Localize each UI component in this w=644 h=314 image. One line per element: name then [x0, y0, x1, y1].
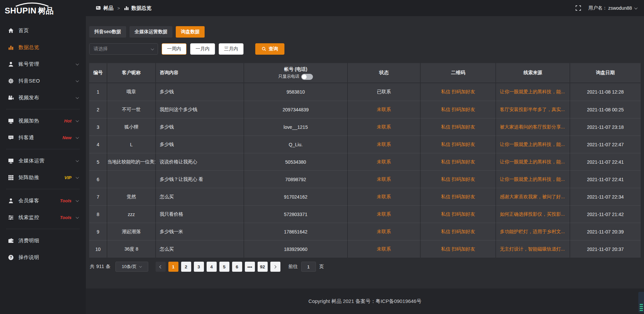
account-cell: 70898792 [244, 170, 348, 188]
sidebar-item-badge: Tools [60, 198, 71, 203]
range-buttons: 一周内一月内三月内 [162, 43, 244, 55]
logo-text-cn: 树品 [38, 6, 54, 15]
phone-only-toggle[interactable] [301, 74, 313, 80]
sidebar-item-omnimedia-operation[interactable]: 全媒体运营 [0, 152, 86, 169]
page-button-4[interactable]: 4 [207, 262, 217, 272]
account-phone-header: 帐号 (电话)只显示电话 [244, 66, 347, 80]
page-button-6[interactable]: 6 [232, 262, 242, 272]
qr-action-cell[interactable]: 私信 扫码加好友 [421, 170, 496, 188]
lead-source-cell[interactable]: 让你一眼就爱上的黑科技，能... [496, 83, 570, 101]
logo-text-en: SHUPIN [5, 6, 37, 15]
user-menu[interactable]: 用户名：zswodun88 [588, 5, 637, 11]
sidebar-item-account-management[interactable]: 账号管理 [0, 56, 86, 72]
tab-inquiry-data[interactable]: 询盘数据 [176, 26, 205, 38]
nickname-cell: 当地比较能吃的一位美女 [107, 153, 156, 170]
page-button-92[interactable]: 92 [258, 262, 268, 272]
chat-icon [8, 135, 14, 141]
table-row: 7觉然怎么买917024162未联系私信 扫码加好友感谢大家喜欢我家，被问了好.… [89, 188, 641, 205]
qr-action-cell[interactable]: 私信 扫码加好友 [421, 240, 496, 258]
lead-source-cell[interactable]: 让你一眼就爱上的黑科技，能... [496, 153, 570, 170]
breadcrumb-separator: > [117, 6, 120, 11]
status-cell: 未联系 [348, 205, 421, 223]
sidebar-item-consumption-details[interactable]: 消费明细 [0, 232, 86, 249]
fullscreen-icon[interactable] [576, 5, 581, 11]
inquiry-date-cell: 2021-11-07 20:39 [570, 223, 641, 240]
page-button-3[interactable]: 3 [194, 262, 204, 272]
page-size-select[interactable]: 10条/页 [115, 262, 148, 272]
lead-source-cell[interactable]: 让你一眼就爱上的黑科技，能... [496, 136, 570, 153]
page-button-5[interactable]: 5 [219, 262, 229, 272]
more-pages-button[interactable]: ••• [245, 262, 255, 272]
home-icon [8, 28, 14, 34]
page-button-1[interactable]: 1 [168, 262, 178, 272]
sidebar-item-label: 视频发布 [18, 95, 76, 101]
qr-action-cell[interactable]: 私信 扫码加好友 [421, 83, 496, 101]
qr-action-cell[interactable]: 私信 扫码加好友 [421, 223, 496, 240]
chevron-down-icon [76, 136, 79, 139]
lead-source-cell[interactable]: 被大家追着问的客厅投影分享... [496, 118, 570, 136]
sidebar-item-matrix-boost[interactable]: 矩阵助推VIP [0, 169, 86, 186]
phone-toggle-label: 只显示电话 [278, 73, 300, 80]
qr-action-cell[interactable]: 私信 扫码加好友 [421, 118, 496, 136]
chevron-down-icon [76, 199, 79, 202]
filter-bar: 请选择 一周内一月内三月内 查询 [89, 43, 641, 55]
qr-action-cell[interactable]: 私信 扫码加好友 [421, 153, 496, 170]
goto-page-input[interactable]: 1 [301, 262, 316, 272]
lead-source-cell[interactable]: 客厅安装投影半年多了，真实... [496, 101, 570, 118]
chevron-right-icon [273, 265, 276, 268]
sidebar-item-video-publish[interactable]: 视频发布 [0, 89, 86, 106]
range-button[interactable]: 三月内 [219, 43, 244, 55]
account-cell: 183929060 [244, 240, 348, 258]
query-button-label: 查询 [269, 46, 278, 52]
filter-select[interactable]: 请选择 [89, 43, 158, 55]
inquiry-content-cell: 多少钱？让我死心 看 [156, 170, 244, 188]
username-label: 用户名： [588, 5, 607, 11]
breadcrumb-root[interactable]: 树品 [103, 5, 113, 11]
lead-source-cell[interactable]: 感谢大家喜欢我家，被问了好... [496, 188, 570, 205]
next-page-button[interactable] [270, 262, 280, 272]
query-button[interactable]: 查询 [255, 43, 284, 55]
chevron-down-icon [76, 175, 79, 179]
lead-source-cell[interactable]: 让你一眼就爱上的黑科技，能... [496, 170, 570, 188]
tab-omnimedia-data[interactable]: 全媒体运营数据 [129, 26, 172, 38]
sidebar-item-label: 账号管理 [18, 61, 76, 67]
filter-select-placeholder: 请选择 [94, 46, 108, 52]
tab-douyin-seo-data[interactable]: 抖音seo数据 [89, 26, 126, 38]
sidebar-item-label: 操作说明 [18, 254, 78, 261]
range-button[interactable]: 一周内 [162, 43, 186, 55]
lead-source-cell[interactable]: 如何正确选择投影仪，买投影... [496, 205, 570, 223]
sidebar-item-member-baoke[interactable]: 会员爆客Tools [0, 192, 86, 209]
sidebar-item-video-heating[interactable]: 视频加热Hot [0, 112, 86, 129]
account-cell: Q_Liu. [244, 136, 348, 153]
nickname-cell: 潮起潮落 [107, 223, 156, 240]
inquiry-date-cell: 2021-11-07 22:41 [570, 153, 641, 170]
status-cell: 未联系 [348, 101, 421, 118]
question-circle-icon: ? [8, 255, 14, 260]
inquiry-content-cell: 多少钱 [156, 136, 244, 153]
prev-page-button[interactable] [156, 262, 166, 272]
range-button[interactable]: 一月内 [190, 43, 215, 55]
inquiry-content-cell: 多少钱 [156, 118, 244, 136]
sidebar-item-douyin-seo[interactable]: 抖音SEO [0, 72, 86, 89]
qr-action-cell[interactable]: 私信 扫码加好友 [421, 205, 496, 223]
lead-source-cell[interactable]: 无主灯设计，智能磁吸轨道灯... [496, 240, 570, 258]
sidebar-item-operation-guide[interactable]: ?操作说明 [0, 249, 86, 266]
breadcrumb-current: 数据总览 [131, 5, 152, 11]
sidebar-item-data-overview[interactable]: 数据总览 [0, 39, 86, 56]
floating-widget[interactable] [638, 292, 644, 313]
inquiry-content-cell: 怎么买 [156, 240, 244, 258]
sidebar-divider [6, 189, 80, 189]
user-icon [8, 61, 14, 67]
page-button-2[interactable]: 2 [181, 262, 191, 272]
nickname-cell: 哦章 [107, 83, 156, 101]
nickname-cell: 觉然 [107, 188, 156, 205]
qr-action-cell[interactable]: 私信 扫码加好友 [421, 136, 496, 153]
sidebar-item-douketong[interactable]: 抖客通New [0, 129, 86, 146]
status-cell: 已联系 [348, 83, 421, 101]
chevron-down-icon [151, 47, 154, 50]
lead-source-cell[interactable]: 多功能护栏灯，适用于乡村文... [496, 223, 570, 240]
qr-action-cell[interactable]: 私信 扫码加好友 [421, 101, 496, 118]
sidebar-item-home[interactable]: 首页 [0, 22, 86, 39]
qr-action-cell[interactable]: 私信 扫码加好友 [421, 188, 496, 205]
sidebar-item-lead-monitoring[interactable]: 线索监控Tools [0, 209, 86, 226]
